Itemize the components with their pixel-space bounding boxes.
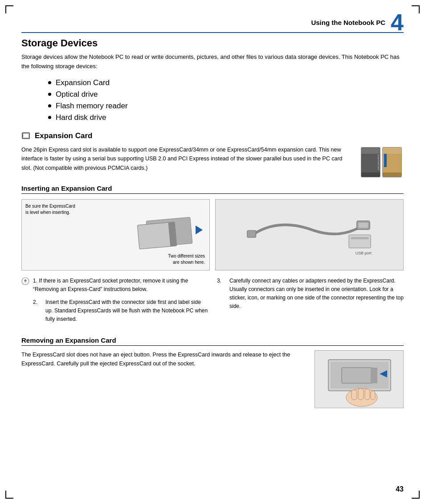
svg-rect-21 [365, 389, 370, 400]
list-item: Optical drive [48, 90, 404, 99]
card-stripe-2 [383, 148, 401, 154]
bullet-text: Hard disk drive [56, 113, 106, 122]
card-item-1: ExpressCard [361, 147, 380, 177]
header-line [21, 32, 404, 33]
svg-rect-22 [371, 391, 375, 400]
step-1-content: 1. If there is an ExpressCard socket pro… [33, 277, 208, 294]
list-item: Flash memory reader [48, 102, 404, 111]
svg-rect-7 [247, 230, 256, 238]
step-1-icon-col [21, 277, 29, 294]
inserting-title: Inserting an Expansion Card [21, 184, 404, 194]
expansion-card-heading: Expansion Card [35, 131, 92, 140]
svg-rect-19 [351, 390, 357, 400]
diagram-box-2: USB port [215, 199, 404, 270]
expansion-card-body: One 26pin Express card slot is available… [21, 145, 352, 177]
corner-mark-br [412, 491, 420, 499]
chapter-number: 4 [391, 11, 404, 34]
bullet-text: Flash memory reader [56, 102, 128, 111]
section-intro: Storage devices allow the Notebook PC to… [21, 53, 404, 71]
step-2-text: Insert the ExpressCard with the connecto… [45, 298, 208, 324]
svg-rect-6 [359, 222, 368, 228]
steps-col-left: 1. If there is an ExpressCard socket pro… [21, 277, 208, 328]
section-title: Storage Devices [21, 37, 404, 49]
step-3: 3. Carefully connect any cables or adapt… [217, 277, 404, 311]
diagram-label-br: Two different sizes are shown here. [168, 253, 205, 266]
usb-svg: USB port [225, 209, 394, 261]
bullet-dot [48, 81, 51, 84]
diagram-row: Be sure the ExpressCard is level when in… [21, 199, 404, 270]
diagram-box-1: Be sure the ExpressCard is level when in… [21, 199, 210, 270]
svg-rect-8 [349, 235, 371, 248]
step-3-text: Carefully connect any cables or adapters… [229, 277, 404, 311]
bullet-text: Optical drive [56, 90, 98, 99]
bullet-dot [48, 104, 51, 107]
corner-mark-tl [5, 5, 13, 13]
corner-mark-tr [412, 5, 420, 13]
notebook-icon [21, 131, 31, 141]
page-header: Using the Notebook PC 4 [311, 11, 404, 34]
expansion-card-title: Expansion Card [21, 131, 404, 141]
svg-rect-9 [351, 237, 368, 239]
removing-body: The ExpressCard slot does not have an ej… [21, 350, 307, 408]
svg-rect-16 [371, 368, 377, 383]
step-2: 2. Insert the ExpressCard with the conne… [33, 298, 208, 324]
expansion-card-section: One 26pin Express card slot is available… [21, 145, 404, 177]
steps-row: 1. If there is an ExpressCard socket pro… [21, 277, 404, 328]
cards-visual: ExpressCard [361, 147, 402, 177]
warning-icon [21, 277, 29, 285]
svg-rect-15 [342, 368, 373, 383]
main-content: Storage Devices Storage devices allow th… [21, 37, 404, 408]
removing-image [315, 350, 404, 408]
diagram-label-tl: Be sure the ExpressCard is level when in… [25, 203, 75, 216]
page-number: 43 [396, 485, 404, 493]
step-1: 1. If there is an ExpressCard socket pro… [21, 277, 208, 294]
bullet-dot [48, 93, 51, 96]
chapter-title: Using the Notebook PC [311, 19, 385, 26]
corner-mark-bl [5, 491, 13, 499]
svg-rect-20 [358, 389, 364, 400]
usb-cable-illustration: USB port [225, 209, 394, 261]
card-item-2 [382, 147, 402, 177]
card-label-1: ExpressCard [363, 151, 380, 174]
removing-content: The ExpressCard slot does not have an ej… [21, 350, 404, 408]
removing-svg [315, 351, 404, 408]
svg-text:USB port: USB port [356, 251, 372, 255]
removing-title: Removing an Expansion Card [21, 336, 404, 346]
steps-col-right: 3. Carefully connect any cables or adapt… [217, 277, 404, 328]
step-1-number: 1. [33, 278, 37, 284]
list-item: Hard disk drive [48, 113, 404, 122]
bullet-dot [48, 116, 51, 119]
svg-rect-1 [23, 134, 29, 138]
bullet-text: Expansion Card [56, 78, 110, 87]
bullet-list: Expansion Card Optical drive Flash memor… [48, 78, 404, 122]
step-3-number: 3. [217, 277, 226, 311]
list-item: Expansion Card [48, 78, 404, 87]
step-1-text: If there is an ExpressCard socket protec… [33, 278, 188, 292]
step-2-number: 2. [33, 298, 42, 324]
removing-section: Removing an Expansion Card The ExpressCa… [21, 336, 404, 408]
expansion-card-image: ExpressCard [359, 145, 404, 177]
